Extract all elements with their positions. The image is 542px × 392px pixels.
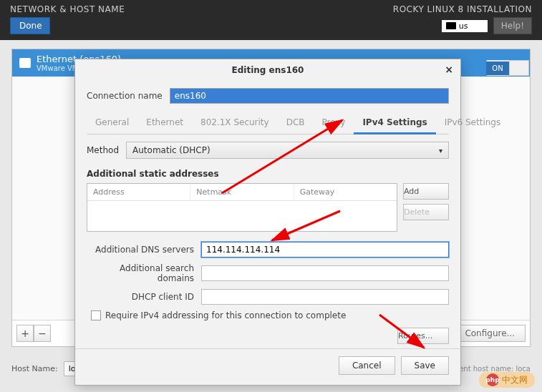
cancel-button[interactable]: Cancel — [339, 356, 395, 375]
edit-connection-dialog: Editing ens160 × Connection name ens160 … — [74, 59, 461, 386]
routes-button[interactable]: Routes... — [397, 328, 449, 344]
add-address-button[interactable]: Add — [403, 183, 449, 200]
tab-general[interactable]: General — [87, 112, 137, 134]
tab-ipv6[interactable]: IPv6 Settings — [436, 112, 510, 134]
watermark-text: 中文网 — [502, 374, 528, 386]
connection-name-input[interactable]: ens160 — [170, 88, 449, 104]
col-netmask: Netmask — [190, 184, 294, 200]
require-ipv4-label: Require IPv4 addressing for this connect… — [105, 310, 346, 320]
configure-button[interactable]: Configure... — [454, 325, 526, 342]
done-button[interactable]: Done — [10, 17, 50, 34]
toggle-knob — [509, 60, 529, 76]
delete-address-button[interactable]: Delete — [403, 204, 449, 220]
close-icon[interactable]: × — [445, 64, 453, 75]
dns-label: Additional DNS servers — [87, 245, 194, 255]
dns-input[interactable] — [201, 242, 449, 258]
keyboard-icon — [446, 22, 456, 29]
install-title: ROCKY LINUX 8 INSTALLATION — [393, 4, 532, 14]
require-ipv4-checkbox[interactable] — [91, 310, 101, 320]
addresses-section-title: Additional static addresses — [87, 169, 449, 179]
save-button[interactable]: Save — [401, 356, 449, 375]
addresses-table[interactable]: Address Netmask Gateway — [87, 183, 397, 232]
keyboard-layout: us — [459, 21, 468, 31]
method-value: Automatic (DHCP) — [132, 145, 210, 155]
connection-name-label: Connection name — [87, 91, 163, 101]
search-domains-input[interactable] — [201, 265, 449, 281]
tab-ethernet[interactable]: Ethernet — [137, 112, 192, 134]
tab-proxy[interactable]: Proxy — [314, 112, 354, 134]
toggle-on-label: ON — [486, 62, 509, 75]
tab-ipv4[interactable]: IPv4 Settings — [354, 112, 435, 134]
dialog-title: Editing ens160 — [232, 65, 304, 75]
method-select[interactable]: Automatic (DHCP) ▾ — [126, 142, 449, 159]
chevron-down-icon: ▾ — [439, 147, 442, 155]
require-ipv4-row[interactable]: Require IPv4 addressing for this connect… — [91, 310, 449, 320]
keyboard-indicator[interactable]: us — [442, 20, 488, 32]
col-gateway: Gateway — [294, 184, 397, 200]
hostname-label: Host Name: — [11, 364, 58, 373]
remove-connection-button[interactable]: − — [34, 325, 51, 342]
add-remove-group: + − — [16, 325, 51, 342]
dialog-title-bar: Editing ens160 × — [75, 59, 460, 81]
nic-icon — [19, 58, 31, 68]
col-address: Address — [87, 184, 190, 200]
php-logo-icon: php — [486, 373, 499, 386]
tab-dcb[interactable]: DCB — [278, 112, 314, 134]
watermark: php 中文网 — [479, 372, 535, 388]
add-connection-button[interactable]: + — [16, 325, 34, 342]
dhcp-client-id-input[interactable] — [201, 289, 449, 305]
top-bar: NETWORK & HOST NAME Done ROCKY LINUX 8 I… — [0, 0, 542, 40]
dhcp-client-id-label: DHCP client ID — [87, 292, 194, 302]
page-title: NETWORK & HOST NAME — [10, 4, 125, 14]
tab-8021x[interactable]: 802.1X Security — [192, 112, 278, 134]
help-button[interactable]: Help! — [493, 17, 532, 34]
connection-toggle[interactable]: ON — [486, 60, 529, 76]
search-domains-label: Additional search domains — [87, 263, 194, 283]
method-label: Method — [87, 145, 119, 155]
settings-tabs: General Ethernet 802.1X Security DCB Pro… — [87, 112, 449, 134]
